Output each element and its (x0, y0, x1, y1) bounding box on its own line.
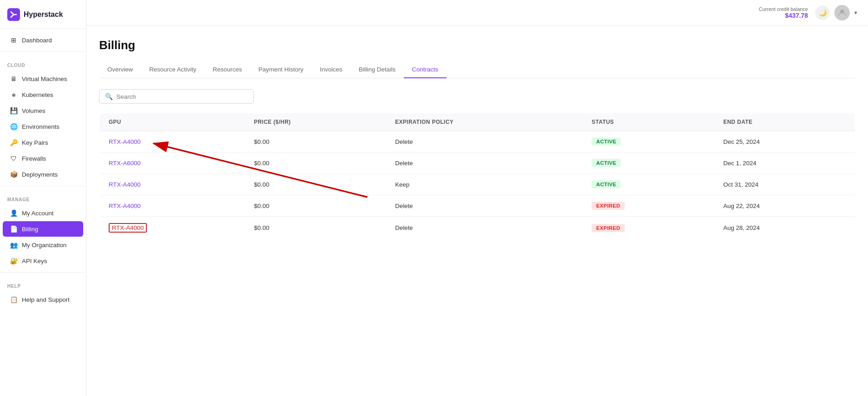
deployments-icon: 📦 (10, 171, 17, 178)
credit-balance: Current credit balance $437.78 (759, 6, 808, 19)
dashboard-icon: ⊞ (10, 36, 17, 44)
gpu-link[interactable]: RTX-A4000 (109, 181, 140, 188)
expiration-cell: Keep (386, 174, 582, 195)
key-pairs-icon: 🔑 (10, 139, 17, 146)
table-wrapper: GPU PRICE ($/HR) EXPIRATION POLICY STATU… (99, 113, 855, 239)
topbar: Current credit balance $437.78 🌙 ▾ (86, 0, 868, 25)
main-content: Current credit balance $437.78 🌙 ▾ Billi… (86, 0, 868, 396)
sidebar-item-label: My Organization (22, 242, 66, 249)
status-cell: EXPIRED (582, 195, 714, 217)
table-row: RTX-A4000 $0.00 Delete ACTIVE Dec 25, 20… (100, 131, 855, 152)
search-container: 🔍 (99, 89, 855, 104)
status-cell: ACTIVE (582, 174, 714, 195)
table-row-highlighted: RTX-A4000 $0.00 Delete EXPIRED Aug 28, 2… (100, 217, 855, 239)
credit-label: Current credit balance (759, 6, 808, 12)
status-cell: EXPIRED (582, 217, 714, 239)
price-cell: $0.00 (245, 217, 386, 239)
manage-section-label: MANAGE (0, 190, 86, 205)
environments-icon: 🌐 (10, 123, 17, 130)
help-support-icon: 📋 (10, 296, 17, 303)
sidebar-item-label: Kubernetes (22, 91, 53, 98)
kubernetes-icon: ⎈ (10, 91, 17, 98)
sidebar-item-help-support[interactable]: 📋 Help and Support (3, 292, 83, 307)
sidebar-item-label: Virtual Machines (22, 76, 67, 82)
price-cell: $0.00 (245, 174, 386, 195)
divider (0, 51, 86, 52)
tab-resources[interactable]: Resources (205, 61, 251, 78)
status-badge: EXPIRED (592, 224, 625, 232)
my-organization-icon: 👥 (10, 241, 17, 249)
gpu-cell: RTX-A4000 (100, 174, 245, 195)
tab-payment-history[interactable]: Payment History (250, 61, 311, 78)
sidebar-item-deployments[interactable]: 📦 Deployments (3, 167, 83, 182)
sidebar-item-label: API Keys (22, 258, 47, 264)
end-date-cell: Oct 31, 2024 (714, 174, 855, 195)
hyperstack-logo-icon (7, 8, 20, 21)
sidebar-item-volumes[interactable]: 💾 Volumes (3, 103, 83, 118)
table-row: RTX-A4000 $0.00 Keep ACTIVE Oct 31, 2024 (100, 174, 855, 195)
logo: Hyperstack (0, 0, 86, 29)
tab-contracts[interactable]: Contracts (404, 61, 447, 78)
user-avatar[interactable] (834, 5, 850, 20)
sidebar-item-label: Deployments (22, 171, 58, 178)
expiration-cell: Delete (386, 195, 582, 217)
sidebar-item-label: My Account (22, 210, 54, 217)
gpu-link[interactable]: RTX-A6000 (109, 160, 140, 167)
billing-tabs: Overview Resource Activity Resources Pay… (99, 61, 855, 78)
sidebar-item-my-organization[interactable]: 👥 My Organization (3, 237, 83, 253)
sidebar-item-firewalls[interactable]: 🛡 Firewalls (3, 151, 83, 166)
divider (0, 272, 86, 273)
sidebar-item-billing[interactable]: 📄 Billing (3, 221, 83, 237)
user-menu-chevron[interactable]: ▾ (854, 10, 857, 16)
gpu-cell: RTX-A4000 (100, 217, 245, 239)
sidebar-item-api-keys[interactable]: 🔐 API Keys (3, 253, 83, 269)
credit-value: $437.78 (759, 12, 808, 19)
sidebar-item-my-account[interactable]: 👤 My Account (3, 205, 83, 221)
col-header-status: STATUS (582, 113, 714, 131)
status-badge: ACTIVE (592, 137, 621, 146)
sidebar-item-dashboard[interactable]: ⊞ Dashboard (3, 32, 83, 48)
firewalls-icon: 🛡 (10, 155, 17, 162)
tab-resource-activity[interactable]: Resource Activity (141, 61, 205, 78)
search-icon: 🔍 (105, 93, 113, 100)
volumes-icon: 💾 (10, 107, 17, 114)
tab-billing-details[interactable]: Billing Details (351, 61, 404, 78)
cloud-section-label: CLOUD (0, 56, 86, 71)
sidebar-item-kubernetes[interactable]: ⎈ Kubernetes (3, 87, 83, 102)
price-cell: $0.00 (245, 131, 386, 152)
gpu-link-highlighted[interactable]: RTX-A4000 (109, 223, 147, 233)
sidebar-item-key-pairs[interactable]: 🔑 Key Pairs (3, 135, 83, 150)
sidebar-item-label: Billing (22, 226, 38, 233)
expiration-cell: Delete (386, 152, 582, 174)
sidebar-item-virtual-machines[interactable]: 🖥 Virtual Machines (3, 71, 83, 86)
table-row: RTX-A6000 $0.00 Delete ACTIVE Dec 1, 202… (100, 152, 855, 174)
sidebar-item-label: Help and Support (22, 296, 70, 303)
status-cell: ACTIVE (582, 131, 714, 152)
divider (0, 186, 86, 186)
sidebar-item-label: Environments (22, 123, 60, 130)
tab-invoices[interactable]: Invoices (311, 61, 351, 78)
sidebar-item-label: Key Pairs (22, 139, 48, 146)
topbar-icons: 🌙 ▾ (815, 5, 857, 20)
expiration-cell: Delete (386, 217, 582, 239)
gpu-link[interactable]: RTX-A4000 (109, 203, 140, 209)
search-input[interactable] (116, 93, 248, 100)
end-date-cell: Dec 1, 2024 (714, 152, 855, 174)
status-badge: EXPIRED (592, 202, 625, 210)
col-header-expiration: EXPIRATION POLICY (386, 113, 582, 131)
gpu-cell: RTX-A6000 (100, 152, 245, 174)
sidebar-item-label: Firewalls (22, 155, 46, 162)
page-content: Billing Overview Resource Activity Resou… (86, 25, 868, 396)
end-date-cell: Aug 28, 2024 (714, 217, 855, 239)
gpu-link[interactable]: RTX-A4000 (109, 138, 140, 145)
help-section-label: HELP (0, 276, 86, 291)
sidebar-nav: ⊞ Dashboard CLOUD 🖥 Virtual Machines ⎈ K… (0, 29, 86, 308)
sidebar-item-environments[interactable]: 🌐 Environments (3, 119, 83, 134)
col-header-price: PRICE ($/HR) (245, 113, 386, 131)
billing-icon: 📄 (10, 225, 17, 233)
tab-overview[interactable]: Overview (99, 61, 141, 78)
table-row: RTX-A4000 $0.00 Delete EXPIRED Aug 22, 2… (100, 195, 855, 217)
col-header-gpu: GPU (100, 113, 245, 131)
expiration-cell: Delete (386, 131, 582, 152)
theme-toggle-button[interactable]: 🌙 (815, 5, 830, 20)
